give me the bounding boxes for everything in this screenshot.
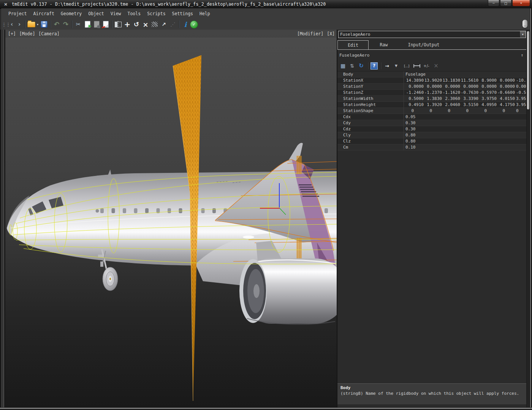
- fit-width-icon[interactable]: [413, 64, 420, 68]
- value-cell[interactable]: 0: [460, 108, 478, 114]
- value-cell[interactable]: 3.95: [515, 96, 527, 101]
- grid-row-cly[interactable]: Cly0.80: [337, 132, 527, 138]
- close-button[interactable]: ×: [512, 0, 530, 6]
- check-icon[interactable]: ✓: [190, 21, 198, 28]
- value-cell[interactable]: 0.30: [404, 120, 416, 126]
- grid-row-cdy[interactable]: Cdy0.30: [337, 120, 527, 126]
- value-cell[interactable]: 1.3830: [424, 96, 442, 101]
- help-toggle-icon[interactable]: ?: [370, 62, 378, 70]
- value-cell[interactable]: 0.05: [404, 114, 416, 120]
- value-cell[interactable]: -1.2370: [424, 90, 442, 95]
- property-value[interactable]: 0.00000.00000.00000.00000.00000.00000.00…: [404, 84, 527, 89]
- value-cell[interactable]: 0.4910: [404, 102, 424, 108]
- value-cell[interactable]: 13.1830: [442, 78, 460, 83]
- value-cell[interactable]: -1.1620: [442, 90, 460, 95]
- value-cell[interactable]: 0.0000: [497, 78, 515, 83]
- property-value[interactable]: 0.49101.39202.04603.51504.09504.17503.95: [404, 102, 527, 108]
- value-cell[interactable]: 13.9020: [424, 78, 442, 83]
- value-cell[interactable]: 0.80: [404, 138, 416, 144]
- value-cell[interactable]: -0.5970: [478, 90, 497, 95]
- refresh-icon[interactable]: ↻: [358, 62, 365, 70]
- menu-object[interactable]: Object: [86, 10, 106, 17]
- grid-row-cdx[interactable]: Cdx0.05: [337, 114, 527, 120]
- value-cell[interactable]: 0: [442, 108, 460, 114]
- value-cell[interactable]: -1.2460: [404, 90, 424, 95]
- value-cell[interactable]: 0: [515, 108, 527, 114]
- move-icon[interactable]: +: [123, 20, 132, 29]
- ellipsis-icon[interactable]: [...]: [402, 62, 412, 70]
- open-dropdown-icon[interactable]: ▾: [36, 20, 40, 29]
- value-cell[interactable]: 0.10: [404, 144, 416, 150]
- expand-arrow-icon[interactable]: →: [383, 62, 391, 70]
- open-folder-icon[interactable]: [27, 20, 36, 29]
- value-cell[interactable]: 0.0000: [478, 84, 497, 89]
- grid-row-clz[interactable]: Clz0.80: [337, 138, 527, 144]
- panel-scrollbar[interactable]: [526, 30, 530, 407]
- sort-alpha-icon[interactable]: ⇅: [348, 62, 356, 70]
- grid-row-cm[interactable]: Cm0.10: [337, 144, 527, 150]
- viewport-tag-modifier[interactable]: [Modifier]: [297, 31, 323, 36]
- hatch-icon[interactable]: [150, 20, 159, 29]
- bend-icon[interactable]: ↗: [159, 20, 168, 29]
- value-cell[interactable]: 8.9000: [478, 78, 497, 83]
- value-cell[interactable]: 3.3390: [460, 96, 478, 101]
- value-cell[interactable]: 0.5000: [404, 96, 424, 101]
- menu-project[interactable]: Project: [6, 10, 28, 17]
- value-cell[interactable]: 3.5150: [460, 102, 478, 108]
- cut-icon[interactable]: ✂: [74, 20, 83, 29]
- value-cell[interactable]: -0.6600: [497, 90, 515, 95]
- property-value[interactable]: 0.50001.38302.30603.33903.97504.01503.95: [404, 96, 527, 101]
- value-cell[interactable]: 4.0150: [497, 96, 515, 101]
- value-cell[interactable]: 0.0000: [424, 84, 442, 89]
- property-value[interactable]: Fuselage: [404, 71, 527, 77]
- property-value[interactable]: 0.80: [404, 132, 527, 138]
- viewport-canvas[interactable]: [5, 30, 337, 407]
- info-icon[interactable]: i: [181, 20, 190, 29]
- value-cell[interactable]: 0.0000: [497, 84, 515, 89]
- grid-row-stationwidth[interactable]: StationWidth0.50001.38302.30603.33903.97…: [337, 96, 527, 102]
- value-cell[interactable]: 0: [404, 108, 424, 114]
- value-cell[interactable]: 4.1750: [497, 102, 515, 108]
- grid-row-body[interactable]: BodyFuselage: [337, 71, 527, 78]
- viewport-tag-[interactable]: [+]: [8, 31, 16, 36]
- value-cell[interactable]: Fuselage: [404, 71, 426, 77]
- nav-back-icon[interactable]: ‹: [8, 20, 16, 29]
- value-cell[interactable]: 3.95: [515, 102, 527, 108]
- transform-icon[interactable]: ×: [432, 62, 440, 70]
- viewport-tag-camera[interactable]: [Camera]: [38, 31, 59, 36]
- rotate-icon[interactable]: ↺: [132, 20, 141, 29]
- grid-row-cdz[interactable]: Cdz0.30: [337, 126, 527, 132]
- value-cell[interactable]: 0.30: [404, 126, 416, 132]
- save-icon[interactable]: [40, 20, 49, 29]
- menu-geometry[interactable]: Geometry: [59, 10, 84, 17]
- viewport-tag-x[interactable]: [X]: [327, 31, 335, 36]
- grid-row-stationshape[interactable]: StationShape0000000: [337, 108, 527, 114]
- categorized-view-icon[interactable]: ▦: [339, 62, 347, 70]
- nav-forward-icon[interactable]: ›: [16, 20, 23, 29]
- toolbar-grip[interactable]: ⋮⋮: [3, 20, 8, 29]
- property-value[interactable]: 0.10: [404, 144, 527, 150]
- value-cell[interactable]: -0.7630: [460, 90, 478, 95]
- object-selector[interactable]: FuselageAero ▼: [338, 31, 526, 38]
- value-cell[interactable]: 4.0950: [478, 102, 497, 108]
- link-icon[interactable]: ⋰: [168, 20, 177, 29]
- value-cell[interactable]: 11.5610: [460, 78, 478, 83]
- menu-scripts[interactable]: Scripts: [145, 10, 167, 17]
- menu-help[interactable]: Help: [198, 10, 212, 17]
- value-cell[interactable]: 2.3060: [442, 96, 460, 101]
- grid-row-stationy[interactable]: StationY0.00000.00000.00000.00000.00000.…: [337, 84, 527, 90]
- tab-input-output[interactable]: Input/Output: [399, 40, 448, 49]
- property-value[interactable]: 0.30: [404, 120, 527, 126]
- property-value[interactable]: 14.389013.902013.183011.56108.90000.0000…: [404, 78, 527, 83]
- menu-tools[interactable]: Tools: [126, 10, 143, 17]
- viewport-tag-mode[interactable]: [Mode]: [19, 31, 35, 36]
- scale-icon[interactable]: ×: [141, 20, 150, 29]
- value-cell[interactable]: 0.0000: [442, 84, 460, 89]
- value-cell[interactable]: 0: [424, 108, 442, 114]
- value-cell[interactable]: 0.0000: [404, 84, 424, 89]
- grid-row-stationz[interactable]: StationZ-1.2460-1.2370-1.1620-0.7630-0.5…: [337, 90, 527, 96]
- property-value[interactable]: 0.80: [404, 138, 527, 144]
- plus-minus-icon[interactable]: +/-: [422, 62, 431, 70]
- menu-view[interactable]: View: [109, 10, 123, 17]
- grid-row-stationheight[interactable]: StationHeight0.49101.39202.04603.51504.0…: [337, 102, 527, 108]
